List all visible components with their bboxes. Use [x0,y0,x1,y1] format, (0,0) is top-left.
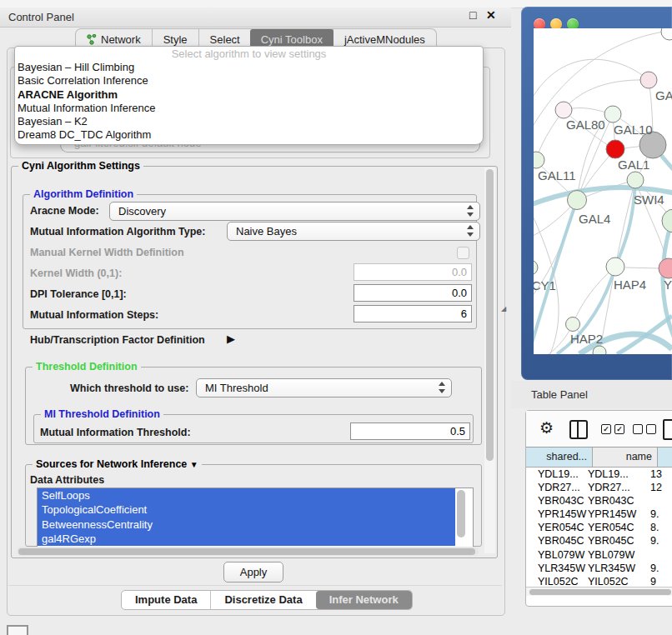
tab-infer-network[interactable]: Infer Network [316,591,412,609]
tab-select-label: Select [210,33,240,46]
table-hscrollbar-track[interactable] [526,587,672,596]
node-label: SWI4 [634,192,664,207]
bottom-left-partial-button[interactable] [7,625,28,635]
attribute-item[interactable]: gal4RGexp [38,532,455,546]
table-cell: YDR27... [526,481,588,494]
table-cell: YER054C [588,521,650,534]
table-row[interactable]: YIL052CYIL052C9 [526,575,672,587]
node-label: GAL80 [566,118,605,132]
table-header-row: shared... name [526,448,672,468]
table-cell [650,494,672,508]
attribute-item[interactable]: TopologicalCoefficient [38,502,455,517]
which-threshold-value: MI Threshold [205,382,268,394]
combo-arrows-icon [439,382,446,393]
algorithm-option[interactable]: Bayesian – Hill Climbing [15,61,483,74]
cyni-settings-title: Cyni Algorithm Settings [18,160,143,172]
mi-type-label: Mutual Information Algorithm Type: [30,226,205,238]
node-label: GAL1 [618,158,649,172]
table-hscrollbar-thumb[interactable] [529,589,671,595]
screen: Control Panel □ ✕ Network Style Select C… [0,0,672,635]
node-label: HAP4 [614,278,646,292]
close-window-icon[interactable]: ✕ [486,8,496,22]
algorithm-option[interactable]: Bayesian – K2 [15,115,483,128]
column-header-name[interactable]: name [593,448,658,467]
table-cell: YPR145W [526,508,588,521]
table-row[interactable]: YPR145WYPR145W9. [526,508,672,521]
table-row[interactable]: YLR345WYLR345W9. [526,562,672,575]
data-attributes-list[interactable]: SelfLoopsTopologicalCoefficientBetweenne… [37,488,474,548]
table-cell: 9 [650,575,672,587]
panel-resize-grip[interactable]: ◢ [501,307,505,315]
deselect-all-icon[interactable] [633,424,656,434]
which-threshold-label: Which threshold to use: [70,382,188,394]
table-cell: YIL052C [526,575,588,587]
table-cell: YDR27... [588,481,650,494]
network-tab-icon [87,34,97,45]
show-columns-icon[interactable] [569,420,588,439]
table-cell: 9. [650,562,672,575]
table-row[interactable]: YBR043CYBR043C [526,494,672,508]
sources-title-text: Sources for Network Inference [36,458,187,470]
table-row[interactable]: YDL19...YDL19...13 [526,468,672,481]
attribute-item[interactable]: SelfLoops [38,488,455,502]
table-row[interactable]: YER054CYER054C8. [526,521,672,534]
table-cell: YIL052C [588,575,650,587]
which-threshold-combo[interactable]: MI Threshold [196,378,452,398]
column-header-partial[interactable] [658,448,672,467]
table-cell: YBR043C [588,494,650,508]
combo-arrows-icon [467,205,474,217]
algorithm-list: Bayesian – Hill ClimbingBasic Correlatio… [15,61,483,142]
aracne-mode-combo[interactable]: Discovery [109,202,480,221]
algorithm-option[interactable]: Basic Correlation Inference [15,74,483,88]
table-row[interactable]: YBL079WYBL079W [526,548,672,562]
dpi-tolerance-label: DPI Tolerance [0,1]: [30,288,127,300]
data-attributes-label: Data Attributes [30,474,104,486]
network-canvas[interactable]: GAL GAL80 GAL10 GAL1 GAL11 SWI4 GAL4 GCY… [534,28,672,354]
attributes-scrollbar-thumb[interactable] [457,490,465,538]
attribute-item[interactable]: BetweennessCentrality [38,518,455,532]
apply-button[interactable]: Apply [223,562,283,582]
hub-expand-arrow-icon[interactable]: ▶ [227,332,235,345]
float-window-icon[interactable]: □ [469,8,476,22]
mi-threshold-field[interactable]: 0.5 [350,422,470,440]
unchecked-box-icon [633,424,643,434]
network-graph: GAL GAL80 GAL10 GAL1 GAL11 SWI4 GAL4 GCY… [534,28,672,354]
table-cell: YLR345W [526,562,588,575]
manual-kernel-checkbox[interactable] [457,247,469,259]
tab-discretize-data[interactable]: Discretize Data [210,591,315,609]
algorithm-option[interactable]: Dream8 DC_TDC Algorithm [15,128,483,142]
export-table-icon[interactable] [663,419,672,440]
panel-separator [8,585,502,586]
table-panel-title: Table Panel [531,388,588,401]
hub-definition-label[interactable]: Hub/Transcription Factor Definition [30,334,205,346]
algorithm-dropdown: Select algorithm to view settings Bayesi… [14,46,484,145]
sources-collapse-arrow-icon[interactable]: ▼ [190,460,198,469]
table-row[interactable]: YBR045CYBR045C9. [526,534,672,548]
algorithm-option[interactable]: Mutual Information Inference [15,102,483,115]
table-toolbar: ⚙ ✓ ✓ [526,411,672,448]
node-label: GAL11 [538,168,576,182]
network-view-window[interactable]: GAL GAL80 GAL10 GAL1 GAL11 SWI4 GAL4 GCY… [521,7,672,380]
sources-group-title: Sources for Network Inference ▼ [33,458,202,470]
dpi-tolerance-field[interactable]: 0.0 [354,284,472,302]
settings-scrollbar-thumb[interactable] [486,169,494,461]
node-label: GAL [655,88,672,102]
control-panel-titlebar: Control Panel [0,8,511,28]
table-cell [650,548,672,562]
table-cell: YDL19... [588,468,650,481]
mi-steps-field[interactable]: 6 [354,305,472,322]
mi-type-combo[interactable]: Naive Bayes [227,222,480,241]
checked-box-icon: ✓ [601,424,611,434]
column-header-shared-name[interactable]: shared... [526,448,593,467]
table-panel-header: Table Panel [511,381,672,408]
checked-box-icon: ✓ [614,424,624,434]
algorithm-option[interactable]: ARACNE Algorithm [15,88,483,102]
kernel-width-field[interactable]: 0.0 [354,263,472,281]
gear-icon[interactable]: ⚙ [539,420,554,437]
control-panel-title: Control Panel [8,11,74,23]
tab-impute-data[interactable]: Impute Data [122,591,210,609]
select-all-icon[interactable]: ✓ ✓ [601,424,624,434]
table-row[interactable]: YDR27...YDR27...12 [526,481,672,494]
tab-network-label: Network [101,33,141,46]
settings-hscrollbar-thumb[interactable] [18,548,475,555]
